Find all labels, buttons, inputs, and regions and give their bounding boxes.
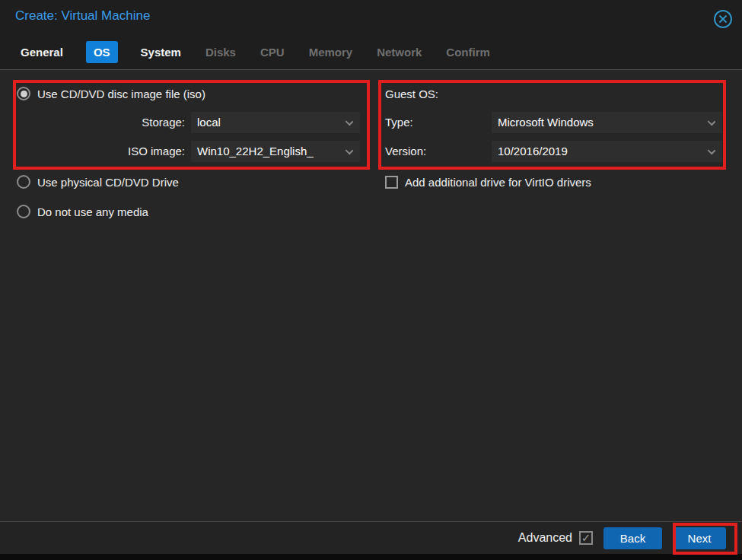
dialog-title: Create: Virtual Machine xyxy=(15,8,150,24)
chevron-down-icon xyxy=(346,118,354,126)
tab-disks: Disks xyxy=(204,41,237,63)
tab-memory: Memory xyxy=(307,41,355,63)
tab-network: Network xyxy=(375,41,423,63)
iso-image-value: Win10_22H2_English_ xyxy=(197,145,314,158)
tab-general[interactable]: General xyxy=(19,41,65,63)
dialog-footer: Advanced ✓ Back Next xyxy=(0,521,742,554)
virtio-checkbox[interactable] xyxy=(385,176,398,189)
storage-label: Storage: xyxy=(76,116,185,129)
guest-os-heading: Guest OS: xyxy=(385,88,438,100)
dialog-titlebar: Create: Virtual Machine xyxy=(0,0,742,35)
window-bottom-edge xyxy=(0,554,742,560)
tab-os[interactable]: OS xyxy=(86,41,118,63)
virtio-checkbox-label: Add additional drive for VirtIO drivers xyxy=(405,176,591,189)
radio-no-media[interactable] xyxy=(17,205,30,218)
tab-confirm: Confirm xyxy=(444,41,492,63)
radio-row-physical: Use physical CD/DVD Drive xyxy=(17,175,179,189)
iso-image-select[interactable]: Win10_22H2_English_ xyxy=(191,141,360,162)
iso-image-label: ISO image: xyxy=(76,145,185,158)
radio-use-iso-label: Use CD/DVD disc image file (iso) xyxy=(37,88,205,100)
os-version-select[interactable]: 10/2016/2019 xyxy=(492,141,722,162)
back-button[interactable]: Back xyxy=(603,527,662,549)
storage-select[interactable]: local xyxy=(191,112,360,133)
storage-value: local xyxy=(197,116,221,129)
chevron-down-icon xyxy=(346,147,354,155)
next-button[interactable]: Next xyxy=(673,527,726,549)
os-version-value: 10/2016/2019 xyxy=(498,145,568,158)
checkmark-icon: ✓ xyxy=(581,531,591,545)
type-label: Type: xyxy=(385,116,484,129)
radio-use-iso[interactable] xyxy=(17,87,30,100)
chevron-down-icon xyxy=(708,118,716,126)
os-type-select[interactable]: Microsoft Windows xyxy=(492,112,722,133)
close-icon[interactable] xyxy=(713,9,733,29)
radio-row-no-media: Do not use any media xyxy=(17,205,148,218)
virtio-checkbox-row: Add additional drive for VirtIO drivers xyxy=(385,176,591,189)
chevron-down-icon xyxy=(708,147,716,155)
radio-row-iso: Use CD/DVD disc image file (iso) xyxy=(17,87,205,100)
wizard-tabbar: General OS System Disks CPU Memory Netwo… xyxy=(0,35,742,70)
radio-physical-drive[interactable] xyxy=(17,175,30,189)
radio-physical-drive-label: Use physical CD/DVD Drive xyxy=(37,176,179,189)
advanced-checkbox[interactable]: ✓ xyxy=(579,531,593,545)
create-vm-dialog: Create: Virtual Machine General OS Syste… xyxy=(0,0,742,560)
tab-system[interactable]: System xyxy=(139,41,183,63)
tab-cpu: CPU xyxy=(259,41,286,63)
radio-no-media-label: Do not use any media xyxy=(37,205,148,218)
os-type-value: Microsoft Windows xyxy=(498,116,594,129)
version-label: Version: xyxy=(385,145,484,158)
advanced-toggle-wrap: Advanced ✓ xyxy=(518,531,593,545)
advanced-label: Advanced xyxy=(518,531,572,545)
